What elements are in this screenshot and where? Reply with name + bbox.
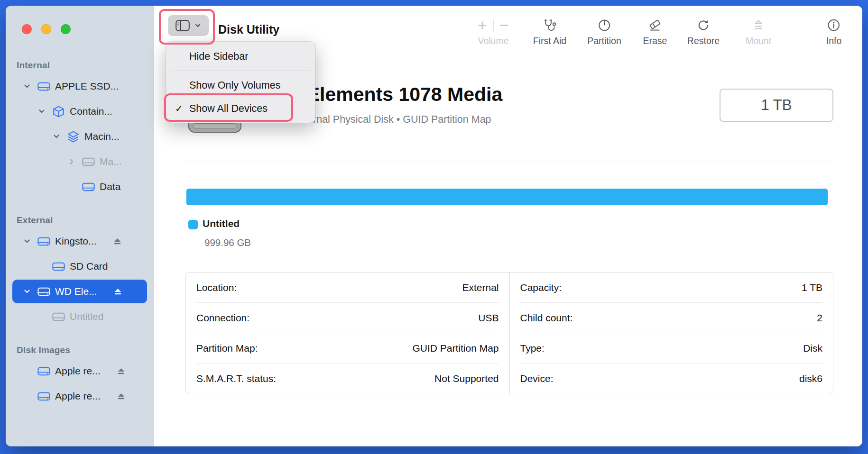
menu-item-show-only-volumes[interactable]: Show Only Volumes — [166, 75, 315, 96]
chevron-down-icon — [194, 22, 201, 29]
menu-item-hide-sidebar[interactable]: Hide Sidebar — [166, 46, 315, 67]
eject-icon[interactable] — [117, 392, 126, 400]
restore-arrow-icon — [687, 16, 720, 34]
detail-value: Disk — [803, 343, 822, 354]
detail-label: Type: — [520, 343, 545, 354]
stethoscope-icon — [533, 16, 566, 34]
detail-value: USB — [478, 312, 499, 324]
chevron-down-icon[interactable] — [49, 133, 64, 140]
eject-icon[interactable] — [113, 288, 122, 296]
detail-row: Capacity: 1 TB — [520, 272, 823, 303]
add-volume-button: + — [478, 17, 487, 33]
sidebar-item-label: Untitled — [70, 311, 103, 322]
chevron-down-icon[interactable] — [20, 82, 34, 90]
divider — [493, 19, 494, 31]
eject-icon[interactable] — [113, 237, 122, 245]
details-left-column: Location: External Connection: USB Parti… — [186, 272, 509, 394]
legend-volume-name: Untitled — [203, 218, 240, 229]
sidebar-item-wd-elements[interactable]: WD Ele... — [12, 280, 147, 303]
info-circle-icon — [826, 16, 842, 34]
detail-value: 1 TB — [802, 282, 822, 293]
detail-row: S.M.A.R.T. status: Not Supported — [196, 363, 499, 394]
sidebar-item-data[interactable]: Data — [12, 175, 147, 199]
zoom-button[interactable] — [61, 24, 71, 34]
menu-separator — [171, 71, 311, 71]
detail-row: Child count: 2 — [520, 303, 823, 333]
drive-icon — [37, 391, 50, 401]
sidebar-section-external: External — [6, 213, 154, 228]
details-right-column: Capacity: 1 TB Child count: 2 Type: Disk… — [510, 272, 833, 394]
capacity-bar — [186, 189, 828, 205]
drive-icon — [52, 312, 65, 322]
detail-value: External — [462, 282, 499, 293]
sidebar-toggle-button[interactable] — [168, 15, 209, 36]
chevron-right-icon[interactable] — [65, 158, 79, 165]
partition-button[interactable]: Partition — [587, 16, 621, 46]
detail-row: Location: External — [196, 272, 499, 303]
sidebar-icon — [175, 20, 190, 31]
sidebar-item-macintosh-hd[interactable]: Macin... — [12, 125, 147, 148]
sidebar-item-macintosh-hd-volume[interactable]: Ma... — [12, 150, 147, 173]
sidebar-section-disk-images: Disk Images — [6, 343, 154, 358]
close-button[interactable] — [22, 24, 32, 34]
eject-icon[interactable] — [117, 367, 126, 375]
minimize-button[interactable] — [41, 24, 51, 34]
sidebar-item-container[interactable]: Contain... — [12, 100, 147, 123]
detail-row: Connection: USB — [196, 303, 499, 333]
first-aid-button[interactable]: First Aid — [533, 16, 566, 46]
toolbar-volume-group: + − Volume — [478, 16, 509, 46]
pie-chart-icon — [587, 16, 621, 34]
restore-button[interactable]: Restore — [687, 16, 720, 46]
sidebar-item-kingston[interactable]: Kingsto... — [12, 229, 147, 253]
legend-volume-size: 999.96 GB — [204, 237, 251, 248]
capacity-badge: 1 TB — [720, 89, 833, 122]
sidebar-item-label: Apple re... — [55, 365, 101, 377]
mount-icon — [746, 16, 771, 34]
detail-value: GUID Partition Map — [412, 343, 499, 354]
detail-label: Connection: — [196, 312, 249, 324]
detail-row: Device: disk6 — [520, 363, 823, 394]
sidebar-item-label: Ma... — [100, 156, 122, 167]
drive-icon — [37, 236, 50, 246]
sidebar-item-untitled[interactable]: Untitled — [12, 305, 147, 328]
detail-label: Device: — [520, 373, 554, 384]
device-subtitle: External Physical Disk • GUID Partition … — [293, 114, 491, 126]
device-details-table: Location: External Connection: USB Parti… — [185, 272, 833, 394]
toolbar-label-volume: Volume — [478, 36, 509, 46]
sidebar-section-internal: Internal — [6, 58, 154, 73]
sidebar-item-label: WD Ele... — [55, 286, 97, 297]
detail-label: Partition Map: — [196, 343, 258, 354]
drive-icon — [82, 157, 95, 167]
sidebar-view-menu: Hide Sidebar Show Only Volumes ✓ Show Al… — [166, 42, 315, 123]
sidebar-item-apple-read-only-1[interactable]: Apple re... — [12, 359, 147, 383]
sidebar-item-apple-ssd[interactable]: APPLE SSD... — [12, 74, 147, 98]
erase-button[interactable]: Erase — [643, 16, 667, 46]
legend-swatch — [188, 220, 198, 229]
window-title: Disk Utility — [218, 23, 279, 36]
main-content: Disk Utility + − Volume First Aid Partit… — [154, 6, 862, 446]
chevron-down-icon[interactable] — [35, 108, 49, 115]
container-icon — [52, 106, 65, 118]
sidebar-item-label: APPLE SSD... — [55, 81, 119, 92]
menu-item-show-all-devices[interactable]: ✓ Show All Devices — [166, 98, 315, 119]
checkmark-icon: ✓ — [175, 103, 183, 114]
drive-icon — [52, 262, 65, 272]
sidebar-item-label: Contain... — [70, 106, 112, 117]
sidebar-item-apple-read-only-2[interactable]: Apple re... — [12, 384, 147, 408]
detail-label: S.M.A.R.T. status: — [196, 373, 276, 384]
detail-label: Child count: — [520, 312, 573, 324]
remove-volume-button: − — [500, 17, 509, 33]
disk-utility-window: Internal APPLE SSD... Contain... Macin..… — [6, 6, 862, 446]
eraser-icon — [643, 16, 667, 34]
chevron-down-icon[interactable] — [20, 288, 34, 295]
drive-icon — [37, 287, 50, 297]
sidebar-item-label: SD Card — [70, 261, 108, 272]
sidebar-item-label: Apple re... — [55, 390, 101, 402]
layers-icon — [66, 131, 80, 143]
chevron-down-icon[interactable] — [20, 237, 34, 245]
menu-item-label: Show All Devices — [189, 103, 268, 115]
info-button[interactable]: Info — [826, 16, 842, 46]
drive-icon — [37, 82, 50, 91]
sidebar-item-sd-card[interactable]: SD Card — [12, 254, 147, 278]
detail-value: 2 — [817, 312, 822, 324]
